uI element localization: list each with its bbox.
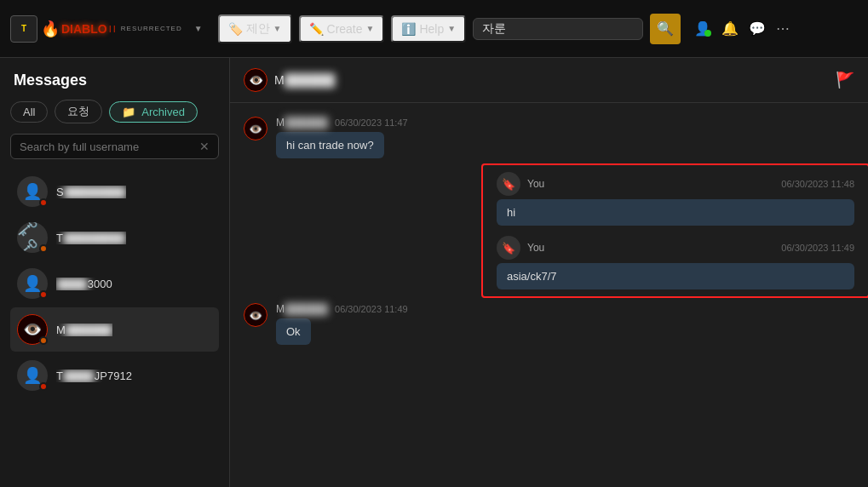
message-time: 06/30/2023 11:48	[781, 179, 854, 189]
proposal-icon: 🏷️	[228, 22, 243, 36]
contact-item[interactable]: 👤 ████3000	[10, 261, 219, 306]
status-dot	[39, 290, 48, 299]
chat-username: M██████	[274, 73, 335, 87]
filter-request-button[interactable]: 요청	[55, 100, 102, 123]
contact-item[interactable]: 🗝️🗝️ T████████	[10, 215, 219, 260]
message-content: M██████ 06/30/2023 11:47 hi can trade no…	[276, 117, 408, 158]
app-body: Messages All 요청 📁 Archived ✕ 👤	[0, 58, 868, 487]
chat-messages: 👁️ M██████ 06/30/2023 11:47 hi can trade…	[230, 103, 868, 487]
bell-icon: 🔔	[721, 21, 739, 36]
contact-search-wrap: ✕	[10, 134, 219, 159]
contact-name: ████3000	[56, 278, 112, 290]
message-group: 👁️ M██████ 06/30/2023 11:49 Ok	[244, 303, 854, 345]
more-options-button[interactable]: ⋯	[776, 20, 790, 37]
you-avatar: 🔖	[497, 172, 520, 196]
header-search-input[interactable]	[482, 22, 634, 36]
message-bubble: Ok	[276, 318, 311, 345]
message-header: 🔖 You 06/30/2023 11:49	[497, 236, 854, 260]
more-icon: ⋯	[776, 21, 790, 36]
nav-proposal[interactable]: 🏷️ 제안 ▼	[218, 14, 292, 43]
chevron-down-icon: ▼	[273, 24, 282, 33]
message-row: 👁️ M██████ 06/30/2023 11:49 Ok	[244, 303, 854, 345]
filter-all-button[interactable]: All	[10, 101, 48, 123]
avatar-wrap: 🗝️🗝️	[17, 222, 48, 253]
message-group: 🔖 You 06/30/2023 11:49 asia/ck7/7	[497, 236, 854, 289]
avatar-wrap: 👤	[17, 360, 48, 391]
nav-help[interactable]: ℹ️ Help ▼	[391, 15, 466, 43]
filter-archived-button[interactable]: 📁 Archived	[109, 101, 197, 123]
create-label: Create	[327, 22, 363, 36]
avatar-wrap: 👁️	[17, 314, 48, 345]
message-time: 06/30/2023 11:49	[335, 304, 408, 314]
contact-item[interactable]: 👤 T████JP7912	[10, 353, 219, 398]
help-icon: ℹ️	[401, 22, 416, 36]
archive-icon: 📁	[122, 106, 135, 118]
sender-avatar: 👁️	[244, 303, 267, 327]
you-messages-block: 🔖 You 06/30/2023 11:48 hi 🔖 You 06/30/20…	[497, 172, 854, 289]
status-dot	[39, 336, 48, 345]
message-time: 06/30/2023 11:49	[781, 243, 854, 253]
contact-name: M██████	[56, 324, 112, 336]
traderie-logo-text: T	[21, 24, 26, 33]
message-bubble: hi	[497, 199, 854, 226]
message-time: 06/30/2023 11:47	[335, 117, 408, 128]
create-icon: ✏️	[309, 22, 324, 36]
sender-avatar: 👁️	[244, 117, 267, 140]
message-row: 👁️ M██████ 06/30/2023 11:47 hi can trade…	[244, 117, 854, 158]
messages-sidebar: Messages All 요청 📁 Archived ✕ 👤	[0, 58, 230, 487]
flag-button[interactable]: 🚩	[836, 71, 854, 89]
avatar-wrap: 👤	[17, 268, 48, 299]
header-icons: 👤 🔔 💬 ⋯	[694, 20, 790, 37]
diablo-sub: II	[109, 24, 118, 34]
app-header: T 🔥 DIABLO II RESURRECTED ▼ 🏷️ 제안 ▼ ✏️ C…	[0, 0, 868, 58]
notifications-button[interactable]: 🔔	[721, 20, 739, 37]
contact-item[interactable]: 👤 S████████	[10, 169, 219, 214]
contact-item[interactable]: 👁️ M██████	[10, 307, 219, 352]
chevron-down-icon: ▼	[447, 24, 456, 33]
message-group: 👁️ M██████ 06/30/2023 11:47 hi can trade…	[244, 117, 854, 158]
header-search-button[interactable]: 🔍	[650, 14, 681, 44]
flag-icon: 🚩	[836, 72, 854, 89]
you-avatar: 🔖	[497, 236, 520, 260]
chat-header: 👁️ M██████ 🚩	[230, 58, 868, 103]
traderie-logo: T	[10, 15, 37, 43]
contact-name: T████JP7912	[56, 370, 132, 382]
sender-name: You	[527, 242, 544, 254]
avatar-wrap: 👤	[17, 176, 48, 207]
status-dot	[39, 198, 48, 207]
message-content: M██████ 06/30/2023 11:49 Ok	[276, 303, 408, 345]
sidebar-title: Messages	[10, 72, 219, 89]
filter-row: All 요청 📁 Archived	[10, 100, 219, 123]
diablo-logo: 🔥 DIABLO II RESURRECTED	[41, 20, 182, 38]
contact-list: 👤 S████████ 🗝️🗝️ T████████ 👤 █	[10, 169, 219, 398]
contact-name: S████████	[56, 186, 126, 198]
user-avatar-button[interactable]: 👤	[694, 20, 711, 37]
message-header: M██████ 06/30/2023 11:47	[276, 117, 408, 129]
chat-user-avatar: 👁️	[244, 68, 267, 92]
sender-name: You	[527, 178, 544, 190]
chat-header-user: 👁️ M██████	[244, 68, 335, 92]
diablo-text: DIABLO	[61, 22, 107, 36]
status-dot	[39, 244, 48, 253]
message-header: 🔖 You 06/30/2023 11:48	[497, 172, 854, 196]
sender-name: M██████	[276, 303, 328, 315]
sender-name: M██████	[276, 117, 328, 129]
message-bubble: asia/ck7/7	[497, 263, 854, 289]
message-group: 🔖 You 06/30/2023 11:48 hi	[497, 172, 854, 226]
chevron-down-icon: ▼	[366, 24, 375, 33]
clear-search-button[interactable]: ✕	[199, 140, 210, 153]
logo-area: T 🔥 DIABLO II RESURRECTED ▼	[10, 15, 211, 43]
chat-area: 👁️ M██████ 🚩 👁️ M██████ 06/30/2023 11:47	[230, 58, 868, 487]
proposal-label: 제안	[246, 21, 270, 37]
chevron-down-icon: ▼	[194, 24, 203, 33]
diablo-resurrected: RESURRECTED	[121, 25, 182, 32]
messages-button[interactable]: 💬	[749, 20, 766, 37]
status-dot	[39, 382, 48, 391]
search-icon: 🔍	[657, 20, 674, 37]
clear-icon: ✕	[199, 140, 210, 153]
help-label: Help	[419, 22, 444, 36]
contact-search-input[interactable]	[20, 140, 194, 153]
contact-name: T████████	[56, 232, 126, 244]
nav-create[interactable]: ✏️ Create ▼	[299, 15, 385, 43]
diablo-dropdown[interactable]: ▼	[186, 19, 211, 38]
